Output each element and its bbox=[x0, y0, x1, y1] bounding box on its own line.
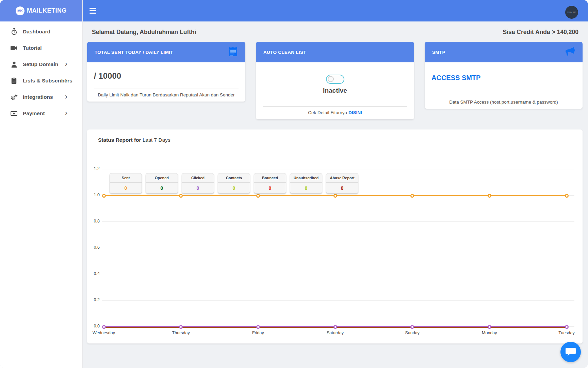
card-smtp: SMTP ACCESS SMTP Data SMTP Access (host,… bbox=[425, 42, 583, 109]
legend-box-clicked[interactable]: Clicked0 bbox=[182, 173, 214, 194]
data-point-sent[interactable] bbox=[256, 194, 260, 198]
credit-balance: Sisa Credit Anda > 140,200 bbox=[503, 29, 578, 36]
legend-value: 0 bbox=[254, 183, 286, 193]
brand-logo-icon: MK bbox=[16, 6, 24, 15]
x-axis-tick: Thursday bbox=[157, 331, 205, 335]
sidebar-item-setup-domain[interactable]: Setup Domain› bbox=[0, 56, 82, 73]
legend-label: Sent bbox=[110, 173, 142, 183]
data-point-sent[interactable] bbox=[102, 194, 106, 198]
sidebar-item-label: Integrations bbox=[23, 94, 53, 100]
data-point-clicked[interactable] bbox=[565, 325, 569, 329]
y-axis-tick: 0.0 bbox=[87, 324, 100, 328]
card-auto-clean-footer: Cek Detail Fiturnya DISINI bbox=[263, 106, 407, 119]
x-axis-tick: Monday bbox=[466, 331, 513, 335]
legend-value: 0 bbox=[326, 183, 358, 193]
y-axis-tick: 0.8 bbox=[87, 219, 100, 224]
legend-box-contacts[interactable]: Contacts0 bbox=[218, 173, 250, 194]
chat-bubble-icon bbox=[565, 347, 576, 358]
gridline bbox=[102, 248, 574, 248]
chevron-right-icon: › bbox=[65, 77, 67, 84]
gears-icon bbox=[10, 94, 18, 101]
card-total-sent-footer: Daily Limit Naik dan Turun Berdasarkan R… bbox=[94, 89, 239, 102]
y-axis-tick: 1.0 bbox=[87, 193, 100, 197]
card-total-sent-title: TOTAL SENT TODAY / DAILY LIMIT bbox=[95, 50, 173, 55]
page-title: Selamat Datang, Abdulrahman Lufthi bbox=[92, 29, 196, 36]
legend-box-unsubscribed[interactable]: Unsubscribed0 bbox=[290, 173, 322, 194]
data-point-clicked[interactable] bbox=[488, 325, 491, 329]
data-point-clicked[interactable] bbox=[410, 325, 414, 329]
brand: MK MAILKETING bbox=[0, 0, 82, 21]
y-axis-tick: 0.4 bbox=[87, 271, 100, 276]
legend-label: Abuse Report bbox=[326, 173, 358, 183]
card-total-sent: TOTAL SENT TODAY / DAILY LIMIT / 10000 bbox=[87, 42, 245, 102]
megaphone-icon bbox=[563, 46, 575, 58]
sidebar-item-lists-subscribers[interactable]: Lists & Subscribers› bbox=[0, 73, 82, 89]
legend-label: Contacts bbox=[218, 173, 250, 183]
y-axis-tick: 0.2 bbox=[87, 297, 100, 302]
data-point-clicked[interactable] bbox=[256, 325, 260, 329]
legend-value: 0 bbox=[290, 183, 322, 193]
x-axis-tick: Friday bbox=[234, 331, 282, 335]
sidebar: MK MAILKETING DashboardTutorialSetup Dom… bbox=[0, 0, 82, 368]
data-point-sent[interactable] bbox=[410, 194, 414, 198]
chevron-right-icon: › bbox=[65, 60, 67, 68]
chevron-right-icon: › bbox=[65, 93, 67, 101]
x-axis-tick: Wednesday bbox=[80, 331, 128, 335]
card-auto-clean-body: Inactive bbox=[256, 62, 414, 106]
sidebar-item-dashboard[interactable]: Dashboard bbox=[0, 24, 82, 40]
sidebar-item-payment[interactable]: Payment› bbox=[0, 105, 82, 122]
sidebar-item-label: Dashboard bbox=[23, 29, 50, 35]
gridline bbox=[102, 300, 574, 301]
data-point-clicked[interactable] bbox=[179, 325, 183, 329]
disini-link[interactable]: DISINI bbox=[348, 110, 362, 115]
legend-box-abuse-report[interactable]: Abuse Report0 bbox=[326, 173, 358, 194]
video-camera-icon bbox=[10, 46, 18, 50]
app-root: MK MAILKETING DashboardTutorialSetup Dom… bbox=[0, 0, 588, 368]
card-smtp-footer: Data SMTP Access (host,port,username & p… bbox=[431, 96, 576, 109]
data-point-clicked[interactable] bbox=[102, 325, 106, 329]
y-axis-tick: 0.6 bbox=[87, 245, 100, 250]
status-report-card: Status Report for Last 7 Days 1.21.00.80… bbox=[87, 129, 583, 343]
sidebar-menu: DashboardTutorialSetup Domain›Lists & Su… bbox=[0, 21, 82, 122]
data-point-sent[interactable] bbox=[565, 194, 569, 198]
legend-box-bounced[interactable]: Bounced0 bbox=[254, 173, 286, 194]
card-smtp-body: ACCESS SMTP bbox=[425, 62, 583, 96]
data-point-sent[interactable] bbox=[179, 194, 183, 198]
card-total-sent-body: / 10000 bbox=[87, 62, 245, 89]
sidebar-item-tutorial[interactable]: Tutorial bbox=[0, 40, 82, 56]
gridline bbox=[102, 221, 574, 222]
legend-value: 0 bbox=[146, 183, 178, 193]
daily-limit-value: / 10000 bbox=[94, 71, 121, 81]
stopwatch-icon bbox=[10, 28, 18, 35]
gridline bbox=[102, 274, 574, 274]
card-auto-clean-title: AUTO CLEAN LIST bbox=[263, 50, 306, 55]
clipboard-icon bbox=[10, 77, 18, 84]
chat-button[interactable] bbox=[560, 342, 581, 362]
legend-box-sent[interactable]: Sent0 bbox=[110, 173, 142, 194]
card-auto-clean: AUTO CLEAN LIST Inactive Cek Detail Fitu… bbox=[256, 42, 414, 119]
data-point-clicked[interactable] bbox=[333, 325, 337, 329]
y-axis-tick: 1.2 bbox=[87, 166, 100, 171]
auto-clean-toggle[interactable] bbox=[326, 75, 344, 84]
menu-toggle-icon[interactable] bbox=[89, 6, 96, 15]
legend-box-opened[interactable]: Opened0 bbox=[146, 173, 178, 194]
welcome-row: Selamat Datang, Abdulrahman Lufthi Sisa … bbox=[92, 27, 578, 37]
sidebar-item-integrations[interactable]: Integrations› bbox=[0, 89, 82, 105]
line-chart-plot: 1.21.00.80.60.40.20.0WednesdayThursdayFr… bbox=[87, 129, 583, 343]
legend-label: Clicked bbox=[182, 173, 214, 183]
sidebar-item-label: Setup Domain bbox=[23, 61, 58, 67]
card-auto-clean-header: AUTO CLEAN LIST bbox=[256, 42, 414, 62]
toggle-knob bbox=[328, 76, 334, 82]
access-smtp-link[interactable]: ACCESS SMTP bbox=[431, 74, 480, 82]
data-point-sent[interactable] bbox=[333, 194, 337, 198]
topbar: 128 x 128 bbox=[82, 0, 588, 21]
user-icon bbox=[10, 61, 18, 68]
x-axis-tick: Tuesday bbox=[543, 331, 588, 335]
brand-name: MAILKETING bbox=[27, 7, 67, 14]
legend-label: Unsubscribed bbox=[290, 173, 322, 183]
chart-legend: Sent0Opened0Clicked0Contacts0Bounced0Uns… bbox=[110, 173, 358, 194]
chevron-right-icon: › bbox=[65, 109, 67, 117]
data-point-sent[interactable] bbox=[488, 194, 491, 198]
auto-clean-status: Inactive bbox=[323, 87, 347, 94]
avatar[interactable]: 128 x 128 bbox=[565, 6, 578, 19]
